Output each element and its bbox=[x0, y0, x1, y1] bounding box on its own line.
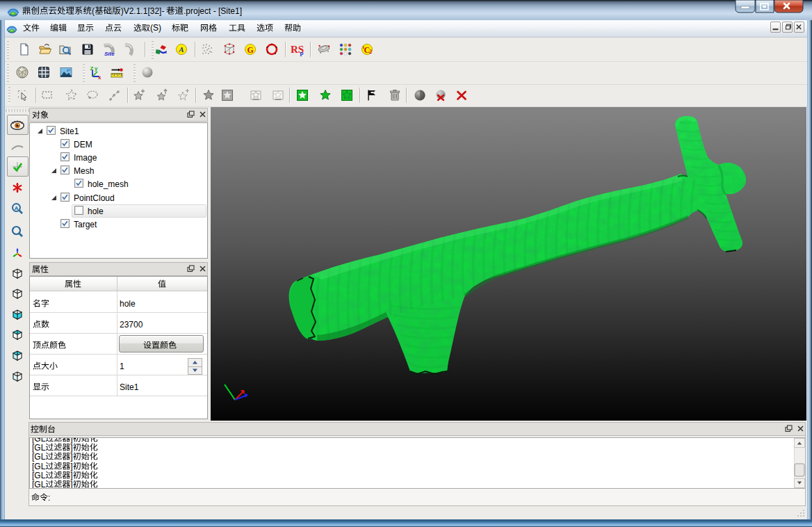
svg-text:Site1: Site1 bbox=[60, 127, 79, 136]
svg-text:hole: hole bbox=[88, 206, 104, 216]
svg-text:Image: Image bbox=[74, 153, 97, 163]
svg-text:(: ( bbox=[92, 6, 95, 16]
svg-text::: : bbox=[48, 493, 50, 503]
svg-text:23700: 23700 bbox=[120, 320, 143, 330]
svg-text:y: y bbox=[95, 65, 98, 72]
svg-text:PointCloud: PointCloud bbox=[74, 193, 115, 203]
svg-text:Mesh: Mesh bbox=[74, 166, 94, 176]
svg-text:[GL: [GL bbox=[32, 480, 46, 488]
svg-text:G: G bbox=[247, 45, 254, 55]
svg-text:.project - [Site1]: .project - [Site1] bbox=[184, 6, 242, 16]
svg-text:p: p bbox=[300, 49, 304, 56]
svg-text:z²: z² bbox=[66, 68, 71, 72]
svg-text:1: 1 bbox=[362, 44, 365, 50]
svg-text:Site1: Site1 bbox=[120, 382, 139, 392]
svg-text:DEM: DEM bbox=[74, 140, 92, 149]
svg-text:x: x bbox=[98, 74, 102, 80]
svg-text:Site: Site bbox=[104, 51, 115, 57]
svg-text:hole_mesh: hole_mesh bbox=[88, 179, 129, 189]
svg-text:A: A bbox=[15, 205, 19, 211]
svg-text:(S): (S) bbox=[150, 23, 161, 33]
svg-text:]: ] bbox=[70, 480, 72, 488]
svg-text:1: 1 bbox=[120, 362, 124, 371]
svg-text:Target: Target bbox=[74, 220, 97, 229]
svg-text:Z: Z bbox=[90, 65, 94, 72]
svg-text:2: 2 bbox=[369, 49, 372, 55]
svg-text:hole: hole bbox=[120, 299, 136, 309]
svg-text:A: A bbox=[178, 45, 184, 54]
svg-text:)V2.1.1[32]-: )V2.1.1[32]- bbox=[121, 6, 165, 16]
